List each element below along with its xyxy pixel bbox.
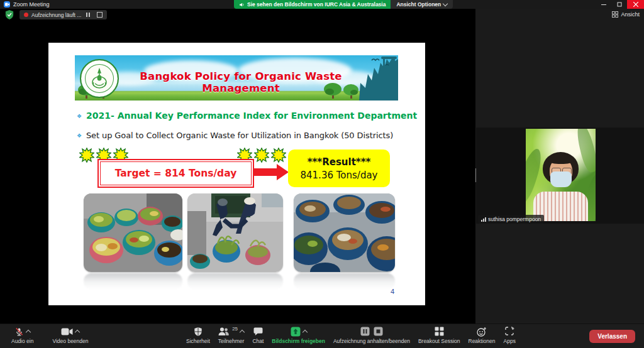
share-status-banner: Sie sehen den Bildschirm von IURC Asia &… (234, 0, 391, 9)
security-button[interactable]: Sicherheit (186, 326, 210, 344)
audio-button[interactable]: Audio ein (11, 326, 33, 344)
recording-controls-label: Aufzeichnung anhalten/beenden (333, 338, 410, 344)
slide-title: Bangkok Policy for Organic Waste Managem… (119, 70, 363, 94)
reactions-button-label: Reaktionen (469, 338, 496, 344)
stop-icon[interactable] (374, 327, 383, 336)
security-button-label: Sicherheit (186, 338, 210, 344)
mic-muted-icon (14, 327, 24, 337)
participant-video (526, 129, 596, 221)
pause-recording-button[interactable] (86, 13, 90, 17)
video-panel: suthisa pompermpoon (475, 9, 644, 324)
share-screen-label: Bildschirm freigeben (272, 338, 325, 344)
photo-reflection (187, 273, 283, 290)
audio-button-label: Audio ein (11, 338, 33, 344)
title-bar-left: Zoom Meeting (0, 1, 50, 8)
slide-bullet-2: ❖ Set up Goal to Collect Organic Waste f… (77, 131, 393, 140)
bullet-icon: ❖ (77, 113, 82, 119)
apps-button-label: Apps (504, 338, 516, 344)
chevron-up-icon[interactable] (302, 330, 307, 335)
reactions-icon (477, 327, 487, 337)
zoom-logo-icon (4, 1, 10, 8)
zoom-meeting-window: Zoom Meeting Sie sehen den Bildschirm vo… (0, 0, 644, 348)
view-options-button[interactable]: Ansicht Optionen (391, 0, 453, 9)
breakout-grid-icon (435, 327, 444, 336)
red-arrow-icon (254, 163, 289, 182)
chevron-down-icon (443, 1, 448, 6)
result-box: ***Result*** 841.36 Tons/day (288, 150, 390, 187)
apps-button[interactable]: Apps (504, 326, 516, 344)
share-status-pill: Sie sehen den Bildschirm von IURC Asia &… (234, 0, 453, 9)
chevron-up-icon[interactable] (240, 330, 245, 335)
breakout-session-button[interactable]: Breakout Session (418, 326, 460, 344)
shield-icon (194, 327, 203, 337)
grid-view-icon (612, 11, 618, 18)
breakout-session-label: Breakout Session (418, 338, 460, 344)
participant-hair-fringe (548, 155, 574, 164)
recording-controls-button[interactable]: Aufzeichnung anhalten/beenden (333, 326, 410, 344)
photo-reflection (84, 273, 182, 290)
meeting-toolbar: Audio ein Video beenden (0, 324, 644, 348)
reactions-button[interactable]: Reaktionen (469, 326, 496, 344)
chat-button[interactable]: Chat (252, 326, 264, 344)
share-status-text: Sie sehen den Bildschirm von IURC Asia &… (247, 1, 386, 8)
photo-reflection (294, 273, 395, 290)
recording-overlay: Aufzeichnung läuft ... (5, 10, 107, 19)
bangkok-seal (80, 59, 119, 98)
star-icon (271, 148, 286, 163)
signal-strength-icon (481, 217, 486, 222)
chat-icon (253, 327, 263, 336)
participant-name: suthisa pompermpoon (488, 216, 541, 222)
photo-compost-baskets (84, 193, 182, 272)
view-options-label: Ansicht Optionen (396, 1, 441, 8)
app-title: Zoom Meeting (13, 1, 50, 8)
leave-button[interactable]: Verlassen (589, 330, 635, 343)
camera-icon (61, 328, 73, 335)
photo-compost-bins (294, 193, 395, 272)
view-button-label: Ansicht (621, 11, 640, 18)
target-box: Target = 814 Tons/day (97, 159, 254, 188)
bullet-icon: ❖ (77, 133, 82, 139)
participants-icon (218, 327, 229, 336)
close-icon (633, 2, 638, 7)
participant-video-tile[interactable]: suthisa pompermpoon (476, 128, 644, 224)
participants-button[interactable]: 25 Teilnehmer (218, 326, 245, 344)
slide-bullet-1-text: 2021- Annual Key Performance Index for E… (86, 111, 417, 121)
result-value: 841.36 Tons/day (300, 170, 377, 181)
chevron-up-icon[interactable] (26, 330, 31, 335)
participant-name-tag: suthisa pompermpoon (478, 215, 544, 224)
slide-banner: Bangkok Policy for Organic Waste Managem… (75, 55, 398, 101)
photo-waste-collection (187, 193, 283, 272)
toolbar-center-group: Sicherheit 25 Teilnehmer (186, 326, 516, 344)
shared-screen-area: Bangkok Policy for Organic Waste Managem… (0, 9, 475, 324)
recording-status-label: Aufzeichnung läuft ... (31, 12, 81, 18)
slide-page-number: 4 (391, 288, 394, 295)
recording-dot-icon (24, 13, 28, 17)
participants-button-label: Teilnehmer (218, 338, 245, 344)
speaker-icon (239, 2, 245, 8)
maximize-button[interactable] (611, 0, 627, 9)
target-text: Target = 814 Tons/day (115, 168, 237, 179)
apps-icon (505, 327, 514, 336)
toolbar-left-group: Audio ein Video beenden (11, 326, 89, 344)
minimize-button[interactable] (596, 0, 611, 9)
result-title: ***Result*** (308, 156, 371, 168)
video-button-label: Video beenden (52, 338, 88, 344)
pause-icon[interactable] (360, 327, 370, 336)
star-icon (254, 148, 269, 163)
slide-bullet-2-text: Set up Goal to Collect Organic Waste for… (86, 131, 393, 140)
stop-recording-button[interactable] (97, 12, 103, 18)
participants-count-badge: 25 (232, 326, 238, 332)
star-icon (79, 148, 94, 163)
chevron-up-icon[interactable] (75, 330, 80, 335)
face-mask (550, 171, 572, 187)
minimize-icon (601, 2, 606, 7)
share-screen-button[interactable]: Bildschirm freigeben (272, 326, 325, 344)
presentation-slide: Bangkok Policy for Organic Waste Managem… (48, 43, 425, 305)
maximize-icon (617, 2, 622, 7)
screen-share-icon (291, 327, 301, 337)
close-button[interactable] (627, 0, 644, 9)
video-button[interactable]: Video beenden (52, 326, 88, 344)
shield-check-icon (5, 10, 14, 19)
chat-button-label: Chat (252, 338, 264, 344)
view-button[interactable]: Ansicht (612, 10, 640, 19)
